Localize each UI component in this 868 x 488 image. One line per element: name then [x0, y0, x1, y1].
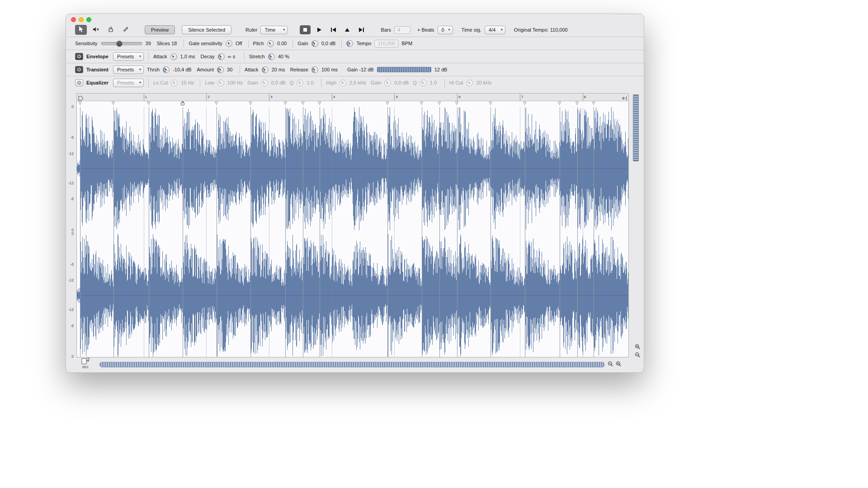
waveform-area[interactable]: [77, 107, 628, 357]
play-icon: [317, 28, 321, 32]
slice-line: [183, 107, 183, 357]
silence-selected-button[interactable]: Silence Selected: [182, 25, 231, 34]
pencil-tool-button[interactable]: [120, 25, 132, 35]
vertical-zoom-scrollbar[interactable]: [633, 94, 639, 161]
slice-marker[interactable]: ▽: [386, 101, 389, 106]
sensitivity-slider[interactable]: [101, 42, 142, 45]
transient-thrsh-knob[interactable]: [163, 66, 170, 73]
envelope-attack-label: Attack: [153, 54, 167, 59]
gate-sensitivity-knob[interactable]: [226, 40, 232, 47]
eq-gain2-knob[interactable]: [384, 80, 391, 86]
slice-marker[interactable]: ▽: [489, 101, 492, 106]
eq-gain1-knob[interactable]: [261, 80, 268, 86]
slice-marker[interactable]: ▽: [420, 101, 423, 106]
transient-release-knob[interactable]: [311, 66, 318, 73]
stop-button[interactable]: [300, 25, 311, 34]
go-to-end-button[interactable]: [356, 25, 367, 35]
arrow-tool-button[interactable]: [75, 25, 87, 35]
pitch-label: Pitch: [253, 41, 264, 46]
transient-amount-knob[interactable]: [217, 66, 224, 73]
rex-document-icon: [81, 358, 90, 366]
slice-marker[interactable]: ▽: [318, 101, 321, 106]
slice-marker[interactable]: ▽: [79, 101, 82, 106]
transient-meter-value: 12 dB: [434, 67, 448, 72]
slice-marker[interactable]: ▽: [249, 101, 252, 106]
gate-sensitivity-value: Off: [236, 41, 242, 46]
envelope-stretch-knob[interactable]: [268, 53, 275, 60]
slice-marker[interactable]: ▽: [302, 101, 305, 106]
go-to-start-button[interactable]: [328, 25, 339, 35]
beats-dropdown[interactable]: 0 ▾: [438, 26, 453, 34]
slice-lock-marker[interactable]: [181, 101, 185, 107]
slice-marker[interactable]: ▽: [592, 101, 595, 106]
eq-low-knob[interactable]: [217, 80, 224, 86]
vertical-zoom-in-button[interactable]: [634, 344, 641, 351]
pitch-knob[interactable]: [267, 40, 274, 47]
envelope-presets-dropdown[interactable]: Presets ▾: [113, 52, 144, 61]
ruler-dropdown[interactable]: Time ▾: [260, 26, 288, 34]
slice-marker[interactable]: ▽: [438, 101, 441, 106]
eq-locut-knob[interactable]: [171, 80, 178, 86]
slices-count: Slices 18: [157, 41, 177, 46]
slice-marker[interactable]: ▽: [284, 101, 287, 106]
close-button[interactable]: [71, 17, 76, 22]
equalizer-presets-dropdown[interactable]: Presets ▾: [113, 79, 144, 87]
envelope-decay-knob[interactable]: [218, 53, 225, 60]
bar-line: [583, 107, 583, 357]
envelope-attack-knob[interactable]: [170, 53, 177, 60]
waveform-canvas[interactable]: [77, 107, 628, 357]
up-triangle-icon: [345, 28, 349, 32]
horizontal-scrollbar[interactable]: [99, 362, 605, 367]
bars-field[interactable]: 4: [394, 26, 410, 34]
slice-marker[interactable]: ▽: [558, 101, 561, 106]
db-scale-label: -6: [70, 197, 74, 201]
envelope-power-button[interactable]: [75, 53, 83, 60]
equalizer-power-button[interactable]: [75, 79, 83, 86]
divider: [184, 39, 184, 48]
vertical-zoom-out-button[interactable]: [634, 352, 641, 359]
marker-up-button[interactable]: [342, 25, 353, 35]
divider: [341, 39, 342, 48]
bar-tick: [206, 94, 207, 101]
slice-marker[interactable]: ▽: [147, 101, 150, 106]
bar-tick: [457, 94, 458, 101]
titlebar[interactable]: [66, 14, 644, 23]
gain-knob[interactable]: [311, 40, 318, 47]
divider: [240, 66, 240, 74]
preview-button[interactable]: Preview: [145, 25, 175, 34]
slice-marker[interactable]: ▽: [215, 101, 218, 106]
slice-marker-strip[interactable]: ▽▽▽▽▽▽▽▽▽▽▽▽▽▽▽▽▽: [77, 101, 628, 107]
mute-tool-button[interactable]: [90, 25, 102, 35]
eq-q1-knob[interactable]: [297, 80, 303, 86]
slice-marker[interactable]: ▽: [523, 101, 526, 106]
sensitivity-slider-thumb[interactable]: [117, 41, 123, 47]
play-button[interactable]: [314, 25, 325, 35]
rex-export-widget[interactable]: REX: [80, 357, 91, 369]
transient-attack-knob[interactable]: [262, 66, 269, 73]
eq-high-knob[interactable]: [340, 80, 346, 86]
eq-q2-knob[interactable]: [420, 80, 427, 86]
lock-tool-button[interactable]: [105, 25, 117, 35]
recycle-window: Preview Silence Selected Ruler Time ▾ Ba…: [66, 14, 644, 373]
beats-dropdown-value: 0: [442, 27, 445, 33]
eq-hicut-label: Hi Cut: [449, 80, 463, 85]
zoom-out-button[interactable]: [607, 361, 614, 368]
divider: [148, 79, 149, 87]
minimize-button[interactable]: [79, 17, 84, 22]
ruler[interactable]: 12345678: [77, 94, 628, 101]
zoom-in-button[interactable]: [615, 361, 622, 368]
transient-power-button[interactable]: [75, 66, 83, 73]
eq-locut-label: Lo Cut: [153, 80, 168, 85]
timesig-dropdown[interactable]: 4/4 ▾: [485, 26, 505, 34]
original-tempo-label: Original Tempo: 110,000: [514, 27, 568, 33]
zoom-window-button[interactable]: [86, 17, 91, 22]
db-scale-label: 0: [71, 104, 74, 109]
tempo-knob[interactable]: [346, 40, 353, 47]
slice-marker[interactable]: ▽: [112, 101, 115, 106]
tempo-field[interactable]: 110,000: [374, 40, 398, 47]
slice-marker[interactable]: ▽: [455, 101, 458, 106]
transient-presets-dropdown[interactable]: Presets ▾: [113, 66, 144, 74]
bar-line: [144, 107, 144, 357]
eq-hicut-knob[interactable]: [466, 80, 473, 86]
slice-marker[interactable]: ▽: [576, 101, 579, 106]
